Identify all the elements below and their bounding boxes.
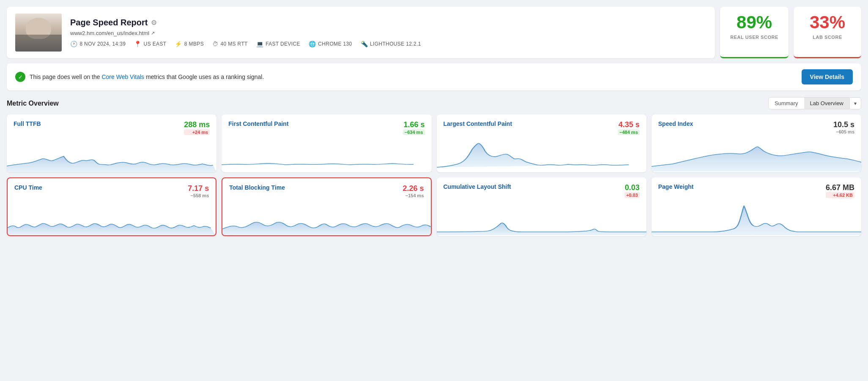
speed-icon: ⚡ <box>175 41 182 47</box>
metric-delta: −154 ms <box>403 193 424 198</box>
metric-delta: +4.62 KB <box>826 192 854 198</box>
cwv-link[interactable]: Core Web Vitals <box>101 73 144 80</box>
metric-delta: +24 ms <box>184 129 210 135</box>
browser-icon: 🌐 <box>309 41 316 47</box>
header-title-row: Page Speed Report ⚙ <box>70 18 706 27</box>
metric-header: First Contentful Paint 1.66 s −634 ms <box>228 120 424 135</box>
metric-value: 1.66 s <box>403 120 424 129</box>
header-info: Page Speed Report ⚙ www2.hm.com/en_us/in… <box>70 18 706 47</box>
real-user-score-card: 89% REAL USER SCORE <box>720 7 789 58</box>
metric-name: First Contentful Paint <box>228 120 288 127</box>
metric-header: CPU Time 7.17 s −558 ms <box>14 184 209 198</box>
gear-icon[interactable]: ⚙ <box>151 19 157 27</box>
metric-delta: +0.03 <box>624 192 640 198</box>
real-user-score-value: 89% <box>730 14 778 31</box>
metric-card-full-ttfb[interactable]: Full TTFB 288 ms +24 ms <box>7 114 216 172</box>
meta-rtt: ⏱ 40 MS RTT <box>212 41 248 47</box>
lighthouse-icon: 🔦 <box>361 41 368 47</box>
page-title: Page Speed Report <box>70 18 148 27</box>
cwv-text: This page does well on the Core Web Vita… <box>30 73 264 80</box>
header-meta: 🕐 8 NOV 2024, 14:39 📍 US EAST ⚡ 8 MBPS ⏱… <box>70 41 706 47</box>
metric-header: Largest Contentful Paint 4.35 s −484 ms <box>444 120 640 135</box>
metric-header: Page Weight 6.67 MB +4.62 KB <box>658 183 854 198</box>
device-icon: 💻 <box>256 41 263 47</box>
metric-header: Speed Index 10.5 s −605 ms <box>658 120 854 134</box>
clock-icon: 🕐 <box>70 41 77 47</box>
meta-location: 📍 US EAST <box>134 41 166 47</box>
meta-lighthouse: 🔦 LIGHTHOUSE 12.2.1 <box>361 41 421 47</box>
site-thumbnail <box>15 14 62 52</box>
metric-card-first-contentful-paint[interactable]: First Contentful Paint 1.66 s −634 ms <box>222 114 431 172</box>
header-url: www2.hm.com/en_us/index.html ↗ <box>70 30 706 36</box>
page-wrapper: Page Speed Report ⚙ www2.hm.com/en_us/in… <box>0 0 868 243</box>
metric-value: 0.03 <box>625 183 640 192</box>
meta-device: 💻 FAST DEVICE <box>256 41 300 47</box>
meta-bandwidth: ⚡ 8 MBPS <box>175 41 204 47</box>
sparkline-chart <box>437 139 646 172</box>
metric-view-toggle: Summary Lab Overview ▾ <box>768 97 861 109</box>
metric-name: Cumulative Layout Shift <box>444 183 511 190</box>
metric-name: Total Blocking Time <box>229 184 285 191</box>
cwv-banner: ✓ This page does well on the Core Web Vi… <box>7 63 861 90</box>
metric-delta: −634 ms <box>403 129 425 135</box>
lab-score-label: LAB SCORE <box>804 35 851 40</box>
sparkline-chart <box>437 201 646 235</box>
metric-card-speed-index[interactable]: Speed Index 10.5 s −605 ms <box>652 114 861 172</box>
metric-delta: −484 ms <box>618 129 640 135</box>
sparkline-chart <box>8 201 216 235</box>
metric-value-block: 1.66 s −634 ms <box>403 120 425 135</box>
metric-header: Full TTFB 288 ms +24 ms <box>14 120 210 135</box>
metric-delta: −558 ms <box>188 193 209 198</box>
metric-name: CPU Time <box>14 184 42 191</box>
header-section: Page Speed Report ⚙ www2.hm.com/en_us/in… <box>7 7 861 58</box>
latency-icon: ⏱ <box>212 41 218 47</box>
metric-grid: Full TTFB 288 ms +24 ms First Contentful… <box>7 114 861 236</box>
cwv-left: ✓ This page does well on the Core Web Vi… <box>15 72 264 82</box>
toggle-dropdown-button[interactable]: ▾ <box>849 98 861 109</box>
metric-value: 288 ms <box>184 120 210 129</box>
metric-value-block: 2.26 s −154 ms <box>403 184 424 198</box>
metric-value: 10.5 s <box>833 120 854 129</box>
metric-card-total-blocking-time[interactable]: Total Blocking Time 2.26 s −154 ms <box>222 177 431 236</box>
real-user-score-label: REAL USER SCORE <box>730 35 778 40</box>
header-main-card: Page Speed Report ⚙ www2.hm.com/en_us/in… <box>7 7 715 58</box>
metric-card-cpu-time[interactable]: CPU Time 7.17 s −558 ms <box>7 177 216 236</box>
metric-delta: −605 ms <box>833 129 854 134</box>
metric-value: 7.17 s <box>188 184 209 193</box>
metric-name: Full TTFB <box>14 120 41 127</box>
metric-card-page-weight[interactable]: Page Weight 6.67 MB +4.62 KB <box>652 177 861 236</box>
metric-card-largest-contentful-paint[interactable]: Largest Contentful Paint 4.35 s −484 ms <box>437 114 646 172</box>
meta-browser: 🌐 CHROME 130 <box>309 41 352 47</box>
metric-value-block: 0.03 +0.03 <box>624 183 640 198</box>
metric-value-block: 288 ms +24 ms <box>184 120 210 135</box>
metric-name: Speed Index <box>658 120 693 127</box>
metric-name: Largest Contentful Paint <box>444 120 512 127</box>
metric-value: 4.35 s <box>619 120 640 129</box>
lab-score-card: 33% LAB SCORE <box>794 7 861 58</box>
metric-value-block: 7.17 s −558 ms <box>188 184 209 198</box>
metric-card-cumulative-layout-shift[interactable]: Cumulative Layout Shift 0.03 +0.03 <box>437 177 646 236</box>
sparkline-chart <box>652 201 861 235</box>
metric-header: Total Blocking Time 2.26 s −154 ms <box>229 184 424 198</box>
metric-value: 2.26 s <box>403 184 424 193</box>
lab-score-value: 33% <box>804 14 851 31</box>
lab-overview-toggle-button[interactable]: Lab Overview <box>804 98 849 109</box>
metric-value-block: 10.5 s −605 ms <box>833 120 854 134</box>
metric-section-header: Metric Overview Summary Lab Overview ▾ <box>7 97 861 109</box>
metric-value-block: 6.67 MB +4.62 KB <box>826 183 854 198</box>
metric-value-block: 4.35 s −484 ms <box>618 120 640 135</box>
summary-toggle-button[interactable]: Summary <box>769 98 804 109</box>
view-details-button[interactable]: View Details <box>802 69 853 84</box>
sparkline-chart <box>222 139 431 172</box>
cwv-check-icon: ✓ <box>15 72 25 82</box>
metric-section-title: Metric Overview <box>7 100 59 107</box>
score-cards: 89% REAL USER SCORE 33% LAB SCORE <box>720 7 861 58</box>
location-icon: 📍 <box>134 41 141 47</box>
external-link-icon[interactable]: ↗ <box>151 30 155 36</box>
sparkline-chart <box>7 139 216 172</box>
metric-header: Cumulative Layout Shift 0.03 +0.03 <box>444 183 640 198</box>
sparkline-chart <box>652 138 861 171</box>
metric-value: 6.67 MB <box>826 183 854 192</box>
metric-name: Page Weight <box>658 183 694 190</box>
meta-datetime: 🕐 8 NOV 2024, 14:39 <box>70 41 126 47</box>
